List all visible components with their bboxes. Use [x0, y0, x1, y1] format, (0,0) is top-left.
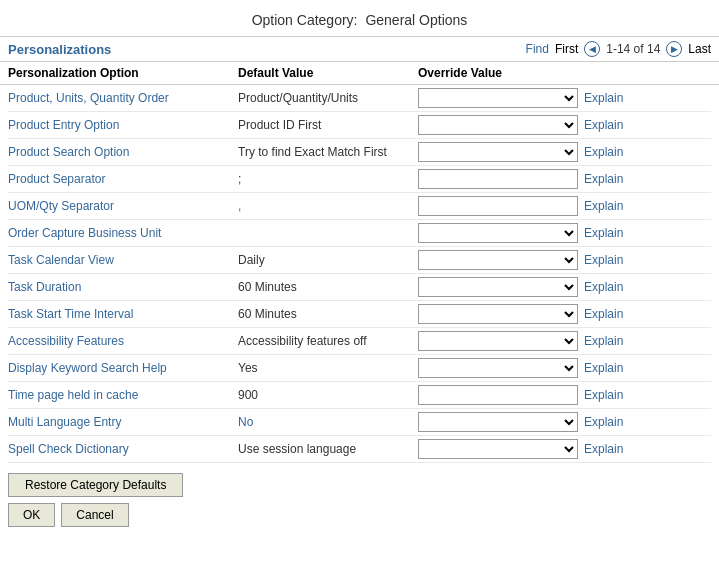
find-link[interactable]: Find — [526, 42, 549, 56]
option-name: Multi Language Entry — [8, 415, 238, 429]
explain-link[interactable]: Explain — [584, 307, 623, 321]
option-name: Time page held in cache — [8, 388, 238, 402]
default-value: Product ID First — [238, 118, 418, 132]
option-name: Product Search Option — [8, 145, 238, 159]
table-row: Task Duration60 MinutesExplain — [8, 274, 711, 301]
override-cell: Explain — [418, 142, 711, 162]
default-value: No — [238, 415, 418, 429]
toolbar-right: Find First ◀ 1-14 of 14 ▶ Last — [526, 41, 711, 57]
override-cell: Explain — [418, 223, 711, 243]
toolbar-row: Personalizations Find First ◀ 1-14 of 14… — [0, 36, 719, 62]
override-select[interactable] — [418, 304, 578, 324]
default-value: Use session language — [238, 442, 418, 456]
table-row: Product Entry OptionProduct ID FirstExpl… — [8, 112, 711, 139]
option-name: Accessibility Features — [8, 334, 238, 348]
explain-link[interactable]: Explain — [584, 442, 623, 456]
override-input[interactable] — [418, 196, 578, 216]
override-select[interactable] — [418, 277, 578, 297]
page-count: 1-14 of 14 — [606, 42, 660, 56]
option-name: Spell Check Dictionary — [8, 442, 238, 456]
first-label: First — [555, 42, 578, 56]
override-cell: Explain — [418, 358, 711, 378]
page-header: Option Category: General Options — [0, 0, 719, 36]
override-select[interactable] — [418, 358, 578, 378]
option-name: Task Duration — [8, 280, 238, 294]
option-name: Order Capture Business Unit — [8, 226, 238, 240]
override-cell: Explain — [418, 169, 711, 189]
footer-buttons: Restore Category Defaults OK Cancel — [0, 463, 719, 537]
next-nav-button[interactable]: ▶ — [666, 41, 682, 57]
explain-link[interactable]: Explain — [584, 361, 623, 375]
override-cell: Explain — [418, 331, 711, 351]
col2-header: Default Value — [238, 66, 418, 80]
explain-link[interactable]: Explain — [584, 334, 623, 348]
override-cell: Explain — [418, 439, 711, 459]
override-select[interactable] — [418, 223, 578, 243]
table-row: UOM/Qty Separator,Explain — [8, 193, 711, 220]
default-value: 60 Minutes — [238, 280, 418, 294]
default-value: 60 Minutes — [238, 307, 418, 321]
override-cell: Explain — [418, 88, 711, 108]
option-name: Product, Units, Quantity Order — [8, 91, 238, 105]
table-body: Product, Units, Quantity OrderProduct/Qu… — [0, 85, 719, 463]
last-label: Last — [688, 42, 711, 56]
option-name: Product Entry Option — [8, 118, 238, 132]
option-name: Task Calendar View — [8, 253, 238, 267]
override-select[interactable] — [418, 250, 578, 270]
ok-button[interactable]: OK — [8, 503, 55, 527]
table-row: Product, Units, Quantity OrderProduct/Qu… — [8, 85, 711, 112]
table-header: Personalization Option Default Value Ove… — [0, 62, 719, 85]
table-row: Accessibility FeaturesAccessibility feat… — [8, 328, 711, 355]
override-cell: Explain — [418, 277, 711, 297]
table-row: Order Capture Business UnitExplain — [8, 220, 711, 247]
override-input[interactable] — [418, 385, 578, 405]
override-input[interactable] — [418, 169, 578, 189]
override-select[interactable] — [418, 331, 578, 351]
restore-defaults-button[interactable]: Restore Category Defaults — [8, 473, 183, 497]
col3-header: Override Value — [418, 66, 711, 80]
default-value: , — [238, 199, 418, 213]
override-select[interactable] — [418, 142, 578, 162]
page-container: Option Category: General Options Persona… — [0, 0, 719, 568]
table-row: Multi Language EntryNoExplain — [8, 409, 711, 436]
table-row: Product Search OptionTry to find Exact M… — [8, 139, 711, 166]
explain-link[interactable]: Explain — [584, 415, 623, 429]
table-row: Spell Check DictionaryUse session langua… — [8, 436, 711, 463]
explain-link[interactable]: Explain — [584, 280, 623, 294]
option-name: UOM/Qty Separator — [8, 199, 238, 213]
col1-header: Personalization Option — [8, 66, 238, 80]
option-name: Product Separator — [8, 172, 238, 186]
explain-link[interactable]: Explain — [584, 388, 623, 402]
explain-link[interactable]: Explain — [584, 199, 623, 213]
table-row: Task Start Time Interval60 MinutesExplai… — [8, 301, 711, 328]
table-row: Product Separator;Explain — [8, 166, 711, 193]
explain-link[interactable]: Explain — [584, 172, 623, 186]
override-cell: Explain — [418, 115, 711, 135]
table-row: Time page held in cache900Explain — [8, 382, 711, 409]
explain-link[interactable]: Explain — [584, 253, 623, 267]
explain-link[interactable]: Explain — [584, 226, 623, 240]
default-value: Product/Quantity/Units — [238, 91, 418, 105]
option-name: Display Keyword Search Help — [8, 361, 238, 375]
override-cell: Explain — [418, 412, 711, 432]
override-select[interactable] — [418, 88, 578, 108]
override-select[interactable] — [418, 412, 578, 432]
action-buttons: OK Cancel — [8, 503, 711, 527]
override-select[interactable] — [418, 439, 578, 459]
explain-link[interactable]: Explain — [584, 145, 623, 159]
prev-nav-button[interactable]: ◀ — [584, 41, 600, 57]
default-value: Try to find Exact Match First — [238, 145, 418, 159]
override-cell: Explain — [418, 385, 711, 405]
override-select[interactable] — [418, 115, 578, 135]
default-value: Daily — [238, 253, 418, 267]
table-row: Display Keyword Search HelpYesExplain — [8, 355, 711, 382]
header-value: General Options — [365, 12, 467, 28]
override-cell: Explain — [418, 304, 711, 324]
default-value: Accessibility features off — [238, 334, 418, 348]
option-name: Task Start Time Interval — [8, 307, 238, 321]
explain-link[interactable]: Explain — [584, 91, 623, 105]
override-cell: Explain — [418, 196, 711, 216]
cancel-button[interactable]: Cancel — [61, 503, 128, 527]
override-cell: Explain — [418, 250, 711, 270]
explain-link[interactable]: Explain — [584, 118, 623, 132]
